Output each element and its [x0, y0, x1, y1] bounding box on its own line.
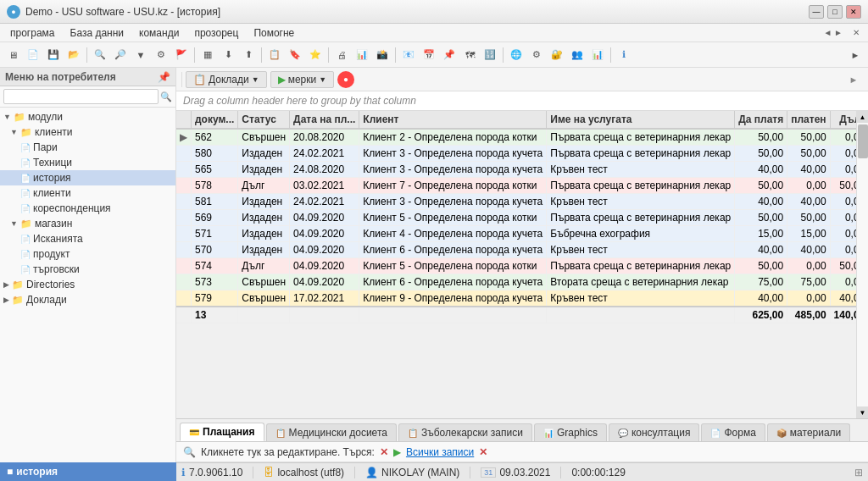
col-dokum[interactable]: докум...	[192, 111, 238, 129]
tab-graphics[interactable]: 📊 Graphics	[534, 423, 607, 441]
menu-prozorec[interactable]: прозорец	[187, 25, 245, 41]
sidebar-item-tehnici[interactable]: 📄 Техници	[0, 155, 175, 170]
scroll-thumb[interactable]	[858, 124, 868, 158]
tb-icon-6[interactable]: 🔎	[111, 46, 130, 64]
tb-icon-16[interactable]: 🖨	[332, 46, 351, 64]
menu-programa[interactable]: програма	[3, 25, 62, 41]
col-status[interactable]: Статус	[238, 111, 290, 129]
table-row[interactable]: 580 Издаден 24.02.2021 Клиент 3 - Опреде…	[176, 146, 856, 162]
tb-icon-20[interactable]: 📅	[420, 46, 438, 64]
dokladi-button[interactable]: 📋 Доклади ▼	[186, 71, 267, 88]
table-row[interactable]: 578 Дълг 03.02.2021 Клиент 7 - Определен…	[176, 178, 856, 194]
sidebar-item-turgovski[interactable]: 📄 търговски	[0, 262, 175, 277]
col-dulg[interactable]: Дълг	[830, 111, 856, 129]
tb-icon-26[interactable]: 🔐	[548, 46, 566, 64]
search-x1[interactable]: ✕	[380, 446, 388, 458]
tb-icon-28[interactable]: 📊	[588, 46, 607, 64]
table-row[interactable]: 565 Издаден 24.08.2020 Клиент 3 - Опреде…	[176, 162, 856, 178]
tb-icon-14[interactable]: 🔖	[286, 46, 304, 64]
tb-icon-27[interactable]: 👥	[568, 46, 587, 64]
menu-komandi[interactable]: команди	[132, 25, 186, 41]
sidebar-item-historia[interactable]: 📄 история	[0, 170, 175, 185]
tab-plashania[interactable]: 💳 Плащания	[180, 423, 264, 441]
col-service[interactable]: Име на услугата	[547, 111, 735, 129]
tb-icon-24[interactable]: 🌐	[507, 46, 526, 64]
status-db: 🗄 localhost (utf8)	[264, 467, 344, 478]
tb-icon-2[interactable]: 📄	[24, 46, 42, 64]
col-daplati[interactable]: Да платя	[735, 111, 787, 129]
tb-icon-18[interactable]: 📸	[373, 46, 392, 64]
menu-close-icon[interactable]: ✕	[848, 26, 865, 39]
tb-icon-21[interactable]: 📌	[440, 46, 459, 64]
scroll-down-btn[interactable]: ▼	[857, 406, 868, 418]
sidebar-item-dokladi-tree[interactable]: ▶ 📁 Доклади	[0, 292, 175, 307]
tb-icon-17[interactable]: 📊	[353, 46, 371, 64]
ct-right-arrow[interactable]: ►	[844, 70, 863, 89]
tab-materiali[interactable]: 📦 материали	[767, 423, 850, 441]
col-client[interactable]: Клиент	[359, 111, 547, 129]
table-row[interactable]: 579 Свършен 17.02.2021 Клиент 9 - Опреде…	[176, 290, 856, 307]
tab-forma[interactable]: 📄 Форма	[701, 423, 765, 441]
sidebar-item-klienti-folder[interactable]: ▼ 📁 клиенти	[0, 124, 175, 140]
scrollbar[interactable]: ▲ ▼	[856, 111, 868, 418]
cell-client: Клиент 5 - Определена порода котки	[359, 258, 547, 274]
sidebar-item-klienti-doc[interactable]: 📄 клиенти	[0, 185, 175, 201]
col-date[interactable]: Дата на пл...	[290, 111, 359, 129]
tb-icon-13[interactable]: 📋	[265, 46, 284, 64]
sidebar-item-moduli[interactable]: ▼ 📁 модули	[0, 109, 175, 124]
tb-icon-9[interactable]: 🚩	[172, 46, 191, 64]
table-row[interactable]: ▶ 562 Свършен 20.08.2020 Клиент 2 - Опре…	[176, 129, 856, 146]
minimize-button[interactable]: —	[809, 5, 824, 19]
table-row[interactable]: 581 Издаден 24.02.2021 Клиент 3 - Опреде…	[176, 194, 856, 210]
search-x2[interactable]: ✕	[479, 446, 487, 458]
tab-zabolekarski[interactable]: 📋 Зъболекарски записи	[398, 423, 532, 441]
tb-icon-7[interactable]: ▼	[131, 46, 150, 64]
tb-icon-1[interactable]: 🖥	[3, 46, 22, 64]
tb-icon-8[interactable]: ⚙	[152, 46, 170, 64]
col-platen[interactable]: платен	[787, 111, 830, 129]
table-row[interactable]: 570 Издаден 04.09.2020 Клиент 6 - Опреде…	[176, 242, 856, 258]
tb-info-icon[interactable]: ℹ	[615, 46, 633, 64]
tb-right-arrow[interactable]: ►	[846, 46, 865, 64]
maximize-button[interactable]: □	[827, 5, 843, 19]
sidebar-item-pari[interactable]: 📄 Пари	[0, 140, 175, 155]
sidebar-item-korespondencia[interactable]: 📄 кореспонденция	[0, 201, 175, 216]
cell-client: Клиент 6 - Определена порода кучета	[359, 242, 547, 258]
tb-icon-5[interactable]: 🔍	[91, 46, 109, 64]
table-row[interactable]: 571 Издаден 04.09.2020 Клиент 4 - Опреде…	[176, 226, 856, 242]
row-indicator	[176, 210, 192, 226]
sidebar-item-magazin[interactable]: ▼ 📁 магазин	[0, 216, 175, 231]
tab-medicinsk[interactable]: 📋 Медицински досиета	[266, 423, 397, 441]
sidebar-pin-icon[interactable]: 📌	[158, 71, 170, 83]
sidebar-item-iskaniyata[interactable]: 📄 Исканията	[0, 231, 175, 246]
menu-baza-danni[interactable]: База данни	[64, 25, 131, 41]
search-filter[interactable]: Всички записи	[406, 446, 474, 458]
main-table: докум... Статус Дата на пл... Клиент Име…	[176, 111, 856, 323]
tb-icon-3[interactable]: 💾	[44, 46, 63, 64]
menu-right-arrows[interactable]: ◄ ►	[818, 26, 848, 39]
tb-icon-25[interactable]: ⚙	[527, 46, 546, 64]
table-row[interactable]: 569 Издаден 04.09.2020 Клиент 5 - Опреде…	[176, 210, 856, 226]
tb-icon-11[interactable]: ⬇	[219, 46, 237, 64]
tb-icon-23[interactable]: 🔢	[481, 46, 499, 64]
tb-icon-19[interactable]: 📧	[399, 46, 418, 64]
sidebar-search-input[interactable]	[3, 89, 159, 104]
tb-icon-15[interactable]: ⭐	[306, 46, 325, 64]
sidebar-item-produkt[interactable]: 📄 продукт	[0, 246, 175, 262]
tb-icon-4[interactable]: 📂	[64, 46, 83, 64]
tab-konsultacia[interactable]: 💬 консултация	[609, 423, 700, 441]
sidebar-item-directories[interactable]: ▶ 📁 Directories	[0, 277, 175, 292]
tb-icon-22[interactable]: 🗺	[460, 46, 479, 64]
table-row[interactable]: 574 Дълг 04.09.2020 Клиент 5 - Определен…	[176, 258, 856, 274]
refresh-button[interactable]: ●	[337, 71, 354, 88]
scroll-up-btn[interactable]: ▲	[857, 111, 868, 123]
tb-sep-4	[328, 47, 329, 63]
tb-icon-10[interactable]: ▦	[198, 46, 217, 64]
table-row[interactable]: 573 Свършен 04.09.2020 Клиент 6 - Опреде…	[176, 274, 856, 290]
close-button[interactable]: ✕	[846, 5, 861, 19]
status-bar: ℹ 7.0.9061.10 🗄 localhost (utf8) 👤 NIKOL…	[176, 462, 868, 481]
table-scroll[interactable]: докум... Статус Дата на пл... Клиент Име…	[176, 111, 856, 418]
tb-icon-12[interactable]: ⬆	[239, 46, 258, 64]
menu-pomogne[interactable]: Помогне	[247, 25, 301, 41]
merki-button[interactable]: ▶ мерки ▼	[270, 71, 334, 88]
